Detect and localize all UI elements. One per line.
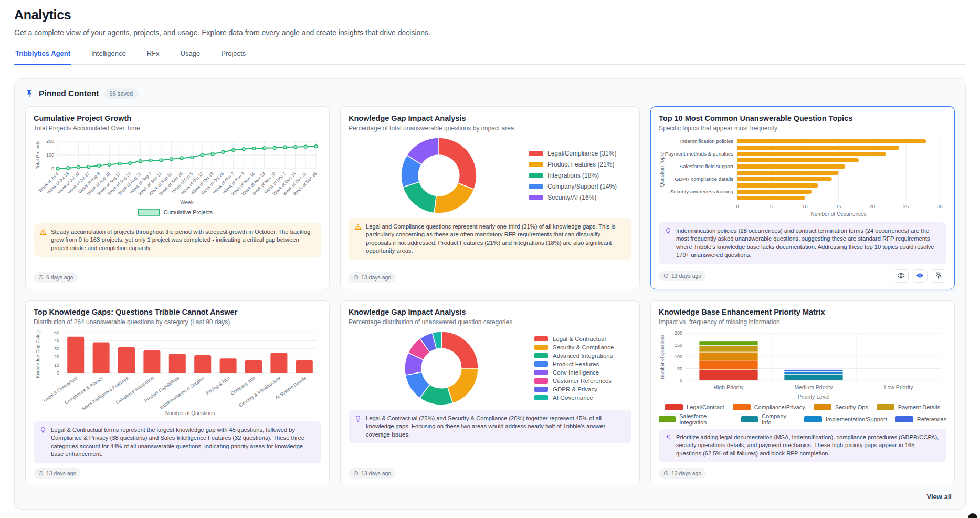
chart-legend: Legal & ContractualSecurity & Compliance… [534, 336, 631, 401]
legend-label: Legal/Compliance (31%) [547, 150, 616, 157]
insight-text: Legal and Compliance questions represent… [366, 223, 626, 255]
pinned-card-1[interactable]: Cumulative Project Growth Total Projects… [25, 106, 330, 289]
insight-text: Prioritize adding legal documentation (M… [676, 433, 941, 458]
tab-intelligence[interactable]: Intelligence [90, 49, 127, 64]
legend-item: Legal/Contract [665, 404, 724, 410]
pinned-card-4[interactable]: Top Knowledge Gaps: Questions Tribble Ca… [25, 300, 330, 485]
legend-label: Legal & Contractual [553, 336, 606, 342]
insight-text: Indemnification policies (28 occurrences… [676, 227, 941, 260]
svg-text:100: 100 [675, 354, 682, 359]
card-insight-note: Steady accumulation of projects througho… [34, 223, 321, 257]
pinned-card-6[interactable]: Knowledge Base Enhancement Priority Matr… [650, 300, 955, 485]
view-all-link[interactable]: View all [927, 493, 952, 501]
lightbulb-icon [665, 227, 672, 235]
pinned-card-3[interactable]: Top 10 Most Common Unanswerable Question… [650, 106, 955, 289]
legend-swatch [534, 345, 548, 350]
legend-label: Advanced Integrations [553, 353, 613, 359]
legend-swatch [529, 195, 543, 200]
card-title: Knowledge Gap Impact Analysis [349, 114, 631, 122]
legend-item: Conv Intelligence [534, 369, 631, 376]
legend-item: Security/AI (16%) [529, 194, 631, 201]
legend-item: Security & Compliance [534, 344, 631, 350]
svg-text:Pricing & ROI: Pricing & ROI [205, 375, 230, 396]
tab-rfx[interactable]: RFx [146, 49, 161, 64]
svg-text:10: 10 [802, 203, 808, 209]
legend-item: Salesforce Integration [659, 413, 733, 426]
insight-text: Steady accumulation of projects througho… [51, 228, 315, 252]
legend-item: Product Features (21%) [529, 161, 631, 168]
eye-icon [897, 272, 905, 279]
svg-text:Number of Questions: Number of Questions [165, 410, 215, 416]
svg-text:0: 0 [680, 378, 682, 383]
svg-text:Week: Week [180, 200, 194, 205]
svg-text:Security & Infrastructure: Security & Infrastructure [238, 375, 282, 408]
legend-label: Product Features (21%) [547, 161, 614, 168]
svg-text:Total Projects: Total Projects [35, 140, 40, 169]
legend-label: References [917, 416, 946, 422]
tab-usage[interactable]: Usage [180, 49, 202, 64]
pinned-card-2[interactable]: Knowledge Gap Impact Analysis Percentage… [340, 106, 640, 289]
insight-view-button[interactable] [912, 269, 928, 283]
legend-swatch [741, 416, 758, 422]
clock-icon [663, 273, 669, 278]
legend-item: Security Ops [814, 404, 868, 410]
pin-icon [25, 89, 34, 98]
legend-item: Integrations (18%) [529, 172, 631, 179]
card-footer: 13 days ago [659, 264, 946, 283]
clock-icon [353, 275, 359, 280]
legend-label: Product Features [553, 361, 599, 367]
card-footer: 13 days ago [349, 267, 631, 283]
preview-button[interactable] [893, 269, 909, 283]
svg-text:Priority Level: Priority Level [798, 393, 830, 400]
tab-projects[interactable]: Projects [220, 49, 247, 64]
svg-text:150: 150 [675, 342, 682, 347]
legend-label: Security Ops [835, 404, 868, 410]
legend-swatch [534, 361, 548, 367]
legend-swatch [534, 378, 548, 384]
insight-text: Legal & Contractual (25%) and Security &… [366, 415, 626, 439]
lightbulb-icon [354, 415, 362, 423]
card-insight-note: Legal and Compliance questions represent… [349, 218, 631, 260]
legend-swatch [804, 416, 822, 422]
legend-swatch [529, 162, 543, 167]
legend-swatch [659, 416, 676, 422]
unpin-button[interactable] [931, 269, 946, 283]
svg-text:40: 40 [54, 338, 59, 343]
chart-legend: Legal/Compliance (31%)Product Features (… [529, 150, 631, 201]
svg-text:GDPR compliance details: GDPR compliance details [675, 176, 733, 182]
svg-text:50: 50 [677, 366, 682, 371]
sparkles-icon [665, 434, 672, 441]
card-footer: 13 days ago [659, 463, 946, 479]
legend-swatch [733, 404, 751, 410]
clock-icon [38, 275, 44, 280]
legend-swatch [534, 370, 548, 375]
legend-label: Integrations (18%) [547, 172, 599, 179]
warning-icon [39, 229, 47, 236]
timestamp-text: 13 days ago [361, 274, 391, 281]
pinned-content-panel: Pinned Content 66 saved Cumulative Proje… [14, 78, 966, 510]
svg-text:10: 10 [54, 362, 59, 367]
legend-item: Product Features [534, 361, 631, 367]
card-insight-note: Legal & Contractual terms represent the … [34, 421, 321, 463]
page-subtitle: Get a complete view of your agents, proj… [14, 28, 966, 37]
tab-bar: Tribblytics AgentIntelligenceRFxUsagePro… [14, 49, 966, 65]
chat-widget-fragment[interactable] [968, 513, 977, 518]
card-title: Top 10 Most Common Unanswerable Question… [659, 114, 946, 122]
tab-tribblytics-agent[interactable]: Tribblytics Agent [14, 49, 71, 64]
legend-label: Company Info [762, 413, 796, 426]
legend-label: Legal/Contract [687, 404, 724, 410]
legend-label: Company/Support (14%) [547, 183, 617, 190]
legend-swatch [665, 404, 683, 410]
svg-text:0: 0 [736, 203, 739, 209]
legend-swatch [895, 416, 913, 422]
lightbulb-icon [354, 415, 362, 422]
svg-text:50: 50 [54, 330, 59, 335]
legend-item: Company/Support (14%) [529, 183, 631, 190]
legend-item: Implementation/Support [804, 413, 887, 426]
timestamp-text: 13 days ago [361, 470, 391, 476]
pinned-card-5[interactable]: Knowledge Gap Impact Analysis Percentage… [340, 300, 640, 485]
card-subtitle: Total Projects Accumulated Over Time [34, 125, 321, 132]
analytics-page: Analytics Get a complete view of your ag… [0, 0, 980, 510]
legend-item: GDPR & Privacy [534, 386, 631, 392]
card-subtitle: Specific topics that appear most frequen… [659, 125, 946, 132]
